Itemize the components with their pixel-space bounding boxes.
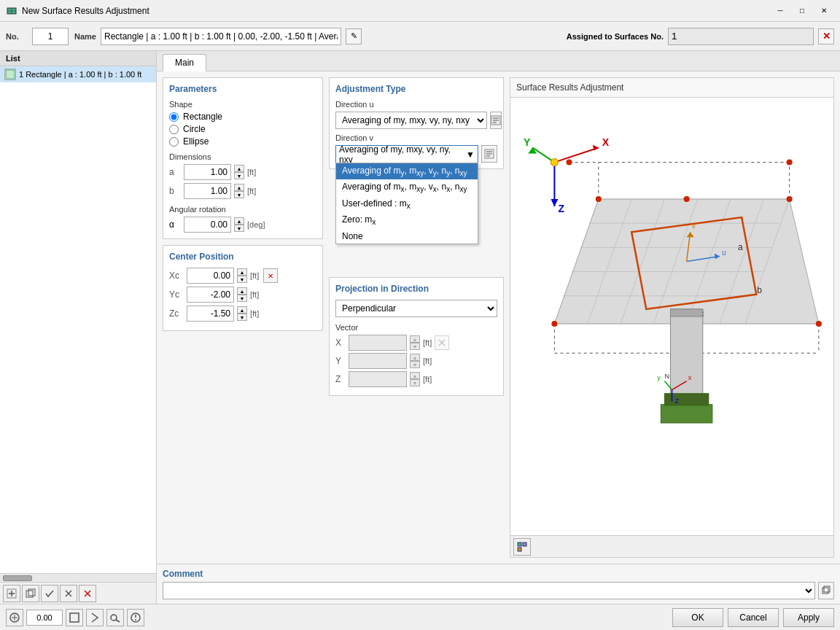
maximize-button[interactable]: □ — [792, 4, 812, 18]
center-pos-title: Center Position — [169, 252, 316, 262]
comment-copy-button[interactable] — [818, 582, 834, 599]
projection-group: Projection in Direction Perpendicular Ve… — [329, 277, 504, 396]
dropdown-option-2[interactable]: User-defined : mx — [336, 196, 478, 212]
svg-rect-8 — [28, 589, 35, 596]
shape-rectangle-radio[interactable] — [169, 112, 179, 122]
direction-u-label: Direction u — [335, 100, 497, 109]
list-delete-button[interactable] — [79, 585, 96, 602]
close-button[interactable]: ✕ — [814, 4, 834, 18]
vector-x-down[interactable]: ▼ — [410, 343, 420, 350]
minimize-button[interactable]: ─ — [770, 4, 790, 18]
dropdown-option-1[interactable]: Averaging of mx, mxy, vx, nx, nxy — [336, 179, 478, 195]
bottom-tool-3[interactable] — [86, 609, 104, 626]
yc-spinner: ▲ ▼ — [237, 287, 247, 302]
direction-v-icon-btn[interactable] — [481, 145, 497, 163]
vector-y-spinner: ▲ ▼ — [410, 354, 420, 368]
vector-x-up[interactable]: ▲ — [410, 335, 420, 343]
apply-button[interactable]: Apply — [783, 608, 834, 627]
direction-v-header: Averaging of my, mxy, vy, ny, nxy ▼ — [335, 145, 497, 163]
svg-text:Z: Z — [675, 397, 680, 405]
angle-down[interactable]: ▼ — [234, 225, 244, 232]
list-duplicate-button[interactable] — [22, 585, 39, 602]
direction-v-display[interactable]: Averaging of my, mxy, vy, ny, nxy ▼ — [335, 145, 478, 163]
list-scrollbar[interactable] — [0, 573, 156, 582]
svg-point-58 — [684, 196, 690, 202]
vector-z-spinner: ▲ ▼ — [410, 372, 420, 386]
svg-point-92 — [111, 615, 117, 621]
yc-up[interactable]: ▲ — [237, 287, 247, 295]
dim-b-down[interactable]: ▼ — [234, 191, 244, 198]
vector-x-input[interactable] — [349, 335, 407, 351]
assigned-input[interactable] — [668, 28, 814, 45]
xc-input[interactable] — [187, 268, 234, 284]
vector-y-input[interactable] — [349, 353, 407, 369]
vector-y-label: Y — [335, 356, 346, 366]
center-position-group: Center Position Xc ▲ ▼ [ft] ✕ — [163, 245, 323, 331]
no-input[interactable] — [32, 28, 69, 45]
yc-down[interactable]: ▼ — [237, 295, 247, 302]
list-check-button[interactable] — [41, 585, 58, 602]
bottom-tool-5[interactable] — [127, 609, 144, 626]
dim-a-up[interactable]: ▲ — [234, 165, 244, 172]
name-edit-button[interactable]: ✎ — [346, 28, 362, 44]
dim-a-input[interactable] — [184, 164, 231, 180]
vector-y-up[interactable]: ▲ — [410, 354, 420, 361]
angle-input[interactable] — [184, 217, 231, 233]
shape-ellipse-radio[interactable] — [169, 137, 179, 147]
direction-u-select[interactable]: Averaging of my, mxy, vy, ny, nxy Averag… — [335, 112, 487, 129]
vector-z-down[interactable]: ▼ — [410, 379, 420, 386]
xc-clear-button[interactable]: ✕ — [263, 268, 278, 283]
bottom-tool-1[interactable] — [6, 609, 23, 626]
list-add-button[interactable] — [3, 585, 20, 602]
svg-text:N: N — [664, 373, 669, 380]
view-toolbar-btn[interactable] — [513, 538, 531, 556]
bottom-tool-2[interactable] — [66, 609, 83, 626]
vector-y-down[interactable]: ▼ — [410, 361, 420, 368]
main-container: No. Name ✎ Assigned to Surfaces No. ✕ Li… — [0, 22, 840, 630]
cancel-button[interactable]: Cancel — [728, 608, 779, 627]
svg-rect-72 — [670, 309, 702, 405]
shape-circle-radio[interactable] — [169, 125, 179, 134]
zc-down[interactable]: ▼ — [237, 314, 247, 321]
comment-select[interactable] — [163, 582, 815, 599]
view-canvas: X Y Z — [510, 98, 833, 535]
dim-b-up[interactable]: ▲ — [234, 184, 244, 191]
svg-rect-85 — [518, 548, 521, 551]
list-item[interactable]: 1 Rectangle | a : 1.00 ft | b : 1.00 ft — [0, 66, 156, 82]
parameters-title: Parameters — [169, 84, 316, 94]
dim-b-spinner: ▲ ▼ — [234, 184, 244, 198]
yc-row: Yc ▲ ▼ [ft] — [169, 287, 316, 303]
zc-up[interactable]: ▲ — [237, 306, 247, 314]
list-content[interactable]: 1 Rectangle | a : 1.00 ft | b : 1.00 ft — [0, 66, 156, 573]
angle-up[interactable]: ▲ — [234, 217, 244, 225]
shape-ellipse-row: Ellipse — [169, 136, 316, 147]
projection-direction-row: Perpendicular — [335, 300, 497, 317]
vector-z-up[interactable]: ▲ — [410, 372, 420, 379]
list-panel: List 1 Rectangle | a : 1.00 ft | b : 1.0… — [0, 51, 157, 604]
xc-down[interactable]: ▼ — [237, 276, 247, 283]
name-input[interactable] — [101, 28, 341, 45]
vector-x-clear[interactable] — [435, 335, 449, 350]
dropdown-option-4[interactable]: None — [336, 229, 478, 244]
bottom-tool-4[interactable] — [106, 609, 124, 626]
ok-button[interactable]: OK — [672, 608, 723, 627]
vector-z-row: Z ▲ ▼ [ft] — [335, 371, 497, 387]
projection-select[interactable]: Perpendicular — [335, 300, 497, 317]
yc-input[interactable] — [187, 287, 234, 303]
assigned-clear-button[interactable]: ✕ — [818, 28, 834, 44]
status-value-input[interactable] — [26, 610, 63, 626]
tab-main[interactable]: Main — [163, 54, 206, 71]
dim-b-input[interactable] — [184, 183, 231, 199]
zc-input[interactable] — [187, 306, 234, 322]
xc-up[interactable]: ▲ — [237, 268, 247, 276]
dropdown-option-0[interactable]: Averaging of my, mxy, vy, ny, nxy — [336, 163, 478, 179]
list-uncheck-button[interactable] — [60, 585, 77, 602]
direction-u-icon-btn[interactable] — [490, 112, 502, 129]
dropdown-option-3[interactable]: Zero: mx — [336, 212, 478, 228]
dim-a-label: a — [169, 167, 181, 177]
dim-a-down[interactable]: ▼ — [234, 172, 244, 179]
dim-b-label: b — [169, 186, 181, 196]
scrollbar-thumb[interactable] — [3, 575, 32, 581]
vector-z-input[interactable] — [349, 371, 407, 387]
no-section: No. — [6, 28, 69, 45]
